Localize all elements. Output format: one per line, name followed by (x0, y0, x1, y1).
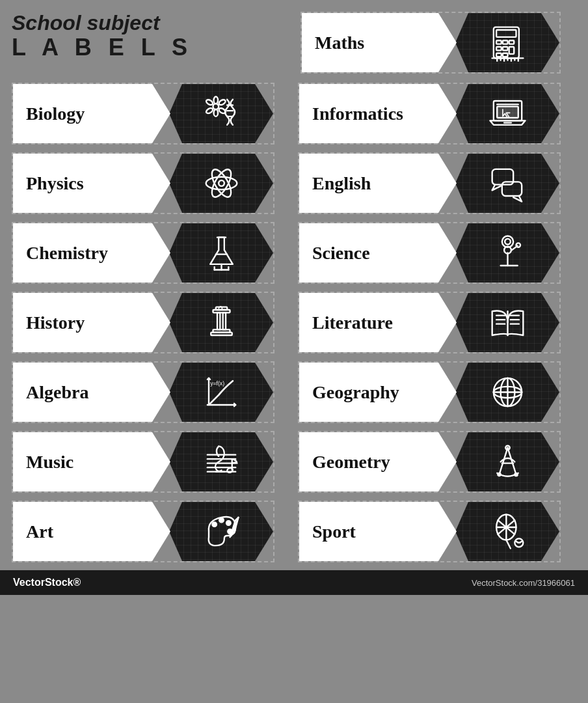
footer: VectorStock® VectorStock.com/31966061 (0, 570, 588, 595)
science-label: Science (312, 243, 370, 264)
maths-icon (487, 21, 529, 64)
geometry-icon (487, 441, 529, 483)
svg-point-32 (219, 180, 224, 186)
chemistry-card: Chemistry (12, 222, 274, 284)
algebra-card: Algebra y=f(x) (12, 361, 274, 423)
svg-rect-4 (509, 40, 514, 44)
subjects-grid: Biology (12, 83, 576, 562)
history-label: History (26, 312, 85, 333)
title-line1: School subject (12, 12, 291, 34)
maths-label: Maths (315, 33, 364, 53)
algebra-label: Algebra (26, 382, 88, 403)
science-icon (487, 232, 529, 274)
svg-rect-2 (496, 40, 501, 44)
footer-brand: VectorStock® (13, 577, 81, 588)
geography-icon (487, 371, 529, 413)
sport-card: Sport (298, 501, 561, 562)
sport-label: Sport (312, 521, 356, 542)
svg-text:y=f(x): y=f(x) (210, 380, 224, 387)
literature-card: Literature (298, 292, 561, 353)
informatics-card: Informatics (298, 83, 561, 145)
footer-url: VectorStock.com/31966061 (472, 578, 575, 588)
science-card: Science (298, 222, 561, 284)
svg-rect-5 (496, 47, 501, 50)
chemistry-label: Chemistry (26, 243, 108, 264)
geometry-card: Geometry (298, 431, 561, 493)
music-icon (200, 441, 243, 483)
biology-card: Biology (12, 83, 274, 145)
svg-rect-8 (496, 53, 501, 57)
music-card: Music (12, 431, 274, 493)
music-label: Music (26, 452, 74, 473)
sport-icon (487, 510, 529, 553)
english-icon (487, 162, 529, 204)
literature-label: Literature (312, 312, 393, 333)
svg-rect-56 (211, 333, 232, 335)
svg-point-23 (205, 107, 213, 115)
biology-icon (200, 92, 243, 135)
svg-rect-7 (509, 47, 514, 54)
english-card: English (298, 152, 561, 214)
svg-rect-53 (217, 312, 220, 329)
svg-rect-54 (222, 312, 225, 329)
svg-rect-9 (502, 53, 507, 57)
art-label: Art (26, 521, 53, 542)
history-icon (200, 301, 243, 344)
history-card: History (12, 292, 274, 353)
geography-label: Geography (312, 382, 399, 403)
chemistry-icon (200, 232, 243, 274)
svg-point-87 (219, 518, 224, 523)
svg-point-18 (213, 103, 219, 109)
svg-rect-6 (502, 47, 507, 50)
physics-label: Physics (26, 173, 84, 194)
geometry-label: Geometry (312, 452, 390, 473)
svg-point-50 (516, 243, 520, 247)
svg-point-33 (206, 177, 237, 190)
svg-point-19 (213, 97, 218, 104)
informatics-icon (487, 92, 529, 135)
svg-point-24 (205, 99, 213, 106)
algebra-icon: y=f(x) (200, 371, 243, 413)
title-block: School subject L A B E L S (12, 12, 291, 61)
biology-label: Biology (26, 103, 85, 124)
english-label: English (312, 173, 371, 194)
art-card: Art (12, 501, 274, 562)
svg-point-46 (501, 236, 513, 247)
svg-point-88 (226, 521, 231, 525)
svg-point-47 (505, 239, 511, 245)
physics-icon (200, 162, 243, 204)
literature-icon (487, 301, 529, 344)
geography-card: Geography (298, 361, 561, 423)
physics-card: Physics (12, 152, 274, 214)
informatics-label: Informatics (312, 103, 403, 124)
art-icon (200, 510, 243, 553)
title-line2: L A B E L S (12, 34, 291, 61)
svg-line-96 (506, 540, 511, 549)
svg-point-20 (218, 99, 226, 106)
svg-point-86 (212, 522, 217, 527)
svg-point-22 (213, 109, 218, 117)
maths-card: Maths (301, 12, 561, 74)
svg-rect-30 (497, 107, 518, 118)
header-area: School subject L A B E L S Maths (12, 12, 576, 74)
main-container: School subject L A B E L S Maths (0, 0, 588, 562)
svg-rect-1 (496, 30, 516, 37)
svg-rect-3 (502, 40, 507, 44)
